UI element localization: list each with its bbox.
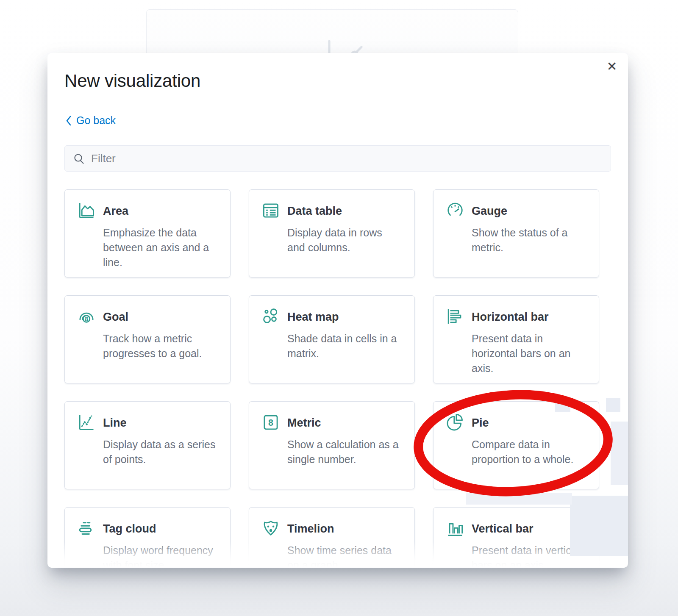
viz-card-title: Pie [472,416,489,430]
viz-card-description: Show time series data on a graph. [287,543,403,568]
viz-card-title: Tag cloud [103,522,156,536]
viz-card-timelion[interactable]: Timelion Show time series data on a grap… [249,507,415,568]
background-illustration-shape [555,400,570,412]
viz-card-metric[interactable]: 8 Metric Show a calculation as a single … [249,401,415,489]
filter-search-field[interactable] [64,145,611,172]
viz-card-description: Display data in rows and columns. [287,225,403,255]
close-icon[interactable]: ✕ [603,57,621,76]
viz-card-tag-cloud[interactable]: Tag cloud Display word frequency with fo… [64,507,231,568]
viz-card-line[interactable]: Line Display data as a series of points. [64,401,231,489]
viz-card-title: Metric [287,416,321,430]
viz-card-title: Goal [103,311,128,324]
goal-icon: 8 [77,307,96,326]
svg-text:8: 8 [85,316,88,322]
viz-card-title: Vertical bar [472,522,534,536]
horizontal-bar-icon [445,307,465,326]
viz-card-title: Heat map [287,311,339,324]
viz-card-description: Show the status of a metric. [472,225,587,255]
viz-card-description: Show a calculation as a single number. [287,437,403,467]
pie-chart-icon [445,413,465,432]
gauge-icon [445,201,465,220]
viz-card-horizontal-bar[interactable]: Horizontal bar Present data in horizonta… [433,295,599,383]
modal-title: New visualization [64,71,200,91]
viz-card-goal[interactable]: 8 Goal Track how a metric progresses to … [64,295,231,383]
go-back-label: Go back [76,114,116,127]
viz-card-title: Gauge [472,205,507,218]
viz-card-title: Area [103,205,128,218]
viz-card-title: Horizontal bar [472,311,549,324]
timelion-icon [261,519,281,538]
filter-input[interactable] [91,152,602,165]
background-illustration-shape [466,493,572,505]
viz-card-description: Track how a metric progresses to a goal. [103,331,218,361]
viz-card-title: Data table [287,205,342,218]
area-chart-icon [77,201,96,220]
viz-card-pie[interactable]: Pie Compare data in proportion to a whol… [433,401,599,489]
chevron-left-icon [65,115,72,126]
viz-card-gauge[interactable]: Gauge Show the status of a metric. [433,189,599,277]
viz-card-description: Display data as a series of points. [103,437,218,467]
svg-text:8: 8 [268,417,273,428]
go-back-link[interactable]: Go back [65,114,116,127]
viz-card-description: Present data in horizontal bars on an ax… [472,331,587,376]
background-illustration-shape [570,496,628,556]
viz-card-area[interactable]: Area Emphasize the data between an axis … [64,189,231,277]
search-icon [73,153,85,164]
metric-icon: 8 [261,413,281,432]
viz-card-heat-map[interactable]: Heat map Shade data in cells in a matrix… [249,295,415,383]
background-illustration-shape [611,422,628,485]
vertical-bar-icon [445,519,465,538]
data-table-icon [261,201,281,220]
visualization-type-grid: Area Emphasize the data between an axis … [64,189,612,568]
viz-card-description: Emphasize the data between an axis and a… [103,225,218,270]
background-illustration-shape [606,398,620,412]
viz-card-description: Shade data in cells in a matrix. [287,331,403,361]
viz-card-data-table[interactable]: Data table Display data in rows and colu… [249,189,415,277]
viz-card-description: Compare data in proportion to a whole. [472,437,587,467]
line-chart-icon [77,413,96,432]
viz-card-description: Display word frequency with font size. [103,543,218,568]
heat-map-icon [261,307,281,326]
viz-card-title: Timelion [287,522,334,536]
new-visualization-modal: New visualization ✕ Go back Area Emph [47,53,628,568]
tag-cloud-icon [77,519,96,538]
viz-card-title: Line [103,416,127,430]
